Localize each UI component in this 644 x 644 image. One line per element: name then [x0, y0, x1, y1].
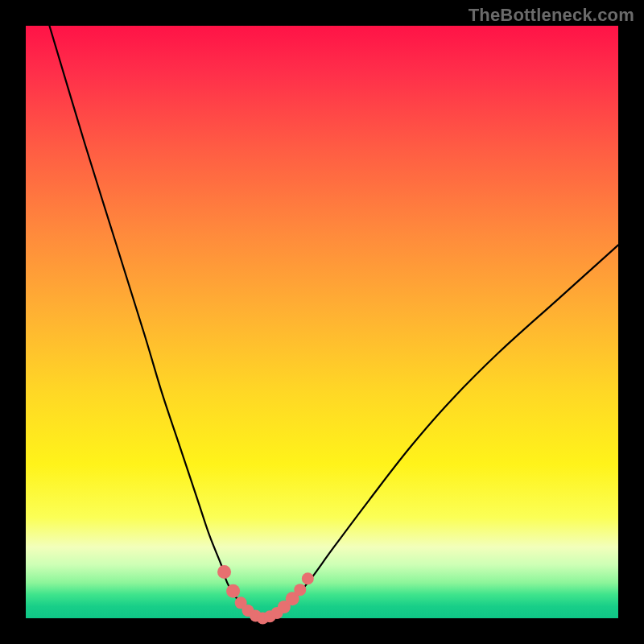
chart-plot-area	[26, 26, 618, 618]
bottleneck-curve	[49, 26, 618, 618]
marker-dot	[226, 584, 240, 598]
watermark-text: TheBottleneck.com	[469, 5, 634, 26]
marker-dot	[217, 565, 231, 579]
marker-dots	[217, 565, 314, 624]
marker-dot	[294, 584, 306, 596]
chart-svg	[26, 26, 618, 618]
marker-dot	[302, 572, 314, 584]
chart-frame: TheBottleneck.com	[0, 0, 644, 644]
